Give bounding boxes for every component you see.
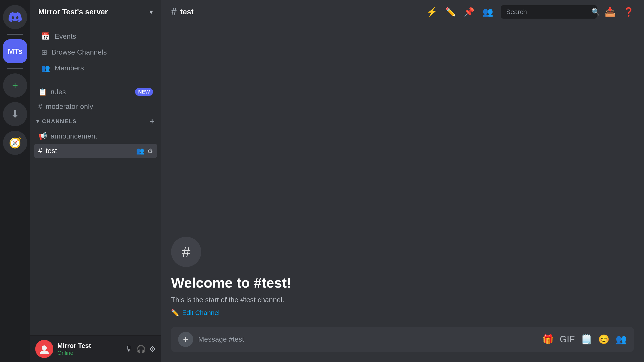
welcome-hash-icon: # [182, 243, 190, 261]
channel-hash-icon: # [171, 6, 177, 18]
edit-channel-link[interactable]: ✏️ Edit Channel [171, 309, 634, 317]
channel-name-test: test [46, 147, 57, 155]
main-header: # test ⚡ ✏️ 📌 👥 🔍 📥 ❓ [161, 0, 644, 24]
people-emoji-icon[interactable]: 👥 [616, 334, 627, 345]
channel-actions: 👥 ⚙ [136, 147, 153, 155]
discord-logo[interactable] [3, 5, 27, 29]
invite-icon[interactable]: 👥 [136, 147, 144, 155]
bolt-icon[interactable]: ⚡ [427, 7, 437, 17]
events-icon: 📅 [41, 32, 50, 40]
download-button[interactable]: ⬇ [3, 102, 27, 126]
user-avatar[interactable] [35, 340, 53, 358]
add-attachment-button[interactable]: + [178, 332, 193, 347]
hash-icon-mod: # [38, 103, 42, 111]
server-name-header[interactable]: Mirror Test's server ▾ [30, 0, 161, 24]
sidebar-footer: Mirror Test Online 🎙 🎧 ⚙ [30, 335, 161, 362]
message-text-input[interactable] [198, 335, 537, 343]
channel-item-announcement[interactable]: 📢 announcement [34, 129, 157, 143]
search-input[interactable] [506, 8, 588, 16]
new-badge: NEW [135, 88, 153, 96]
settings-icon[interactable]: ⚙ [147, 147, 153, 155]
svg-point-1 [40, 350, 49, 354]
mute-icon[interactable]: 🎙 [125, 345, 133, 353]
channel-header-name: test [180, 8, 193, 16]
server-icon-mt[interactable]: MTs [3, 39, 27, 63]
gift-icon[interactable]: 🎁 [542, 334, 554, 345]
members-icon: 👥 [41, 64, 50, 72]
emoji-icon[interactable]: 😊 [598, 334, 610, 345]
plus-attach-icon: + [183, 334, 188, 345]
rail-divider-2 [7, 68, 23, 69]
user-info: Mirror Test Online [57, 342, 121, 356]
add-server-button[interactable]: + [3, 73, 27, 98]
compass-icon: 🧭 [9, 137, 21, 149]
browse-channels-label: Browse Channels [52, 48, 107, 56]
welcome-section: # Welcome to #test! This is the start of… [171, 237, 634, 317]
add-channel-button[interactable]: + [150, 117, 155, 126]
message-input-wrap: + 🎁 GIF 🗒️ 😊 👥 [171, 327, 634, 352]
rail-divider [7, 34, 23, 35]
search-box[interactable]: 🔍 [501, 5, 597, 19]
channel-name-moderator-only: moderator-only [46, 103, 93, 111]
footer-username: Mirror Test [57, 342, 121, 350]
header-actions: ⚡ ✏️ 📌 👥 🔍 📥 ❓ [427, 5, 634, 19]
channel-header: # test [171, 6, 194, 18]
footer-actions: 🎙 🎧 ⚙ [125, 345, 156, 353]
message-input-bar: + 🎁 GIF 🗒️ 😊 👥 [161, 327, 644, 362]
channel-item-test[interactable]: # test 👥 ⚙ [34, 144, 157, 158]
app-container: MTs + ⬇ 🧭 Mirror Test's server ▾ 📅 Event… [0, 0, 644, 362]
server-name-title: Mirror Test's server [38, 8, 145, 16]
rules-icon: 📋 [38, 88, 47, 96]
channel-category-channels[interactable]: ▾ CHANNELS + [34, 114, 157, 128]
footer-status: Online [57, 350, 121, 356]
server-rail: MTs + ⬇ 🧭 [0, 0, 30, 362]
sidebar-item-members[interactable]: 👥 Members [34, 60, 157, 76]
sidebar-nav: 📅 Events ⊞ Browse Channels 👥 Members [30, 24, 161, 80]
message-input-actions: 🎁 GIF 🗒️ 😊 👥 [542, 334, 627, 345]
sidebar-item-browse-channels[interactable]: ⊞ Browse Channels [34, 44, 157, 60]
svg-point-0 [42, 345, 47, 350]
members-header-icon[interactable]: 👥 [482, 7, 493, 17]
category-label: CHANNELS [42, 118, 77, 125]
message-area: # Welcome to #test! This is the start of… [161, 24, 644, 327]
megaphone-icon: 📢 [38, 132, 47, 140]
channel-list: 📋 rules NEW # moderator-only ▾ CHANNELS … [30, 80, 161, 158]
sticker-icon[interactable]: 🗒️ [581, 334, 592, 345]
channel-item-rules[interactable]: 📋 rules NEW [34, 85, 157, 99]
user-settings-icon[interactable]: ⚙ [149, 345, 156, 353]
hash-icon-test: # [38, 147, 42, 155]
server-initials: MTs [8, 47, 22, 56]
welcome-description: This is the start of the #test channel. [171, 296, 634, 304]
events-label: Events [55, 32, 76, 40]
inbox-icon[interactable]: 📥 [605, 7, 615, 17]
download-icon: ⬇ [11, 108, 19, 120]
plus-icon: + [12, 80, 18, 91]
edit-channel-label: Edit Channel [182, 309, 220, 317]
pencil-icon[interactable]: ✏️ [445, 7, 456, 17]
channel-name-announcement: announcement [51, 132, 97, 140]
search-icon: 🔍 [591, 8, 600, 16]
pin-icon[interactable]: 📌 [464, 7, 474, 17]
sidebar-item-events[interactable]: 📅 Events [34, 29, 157, 44]
headset-icon[interactable]: 🎧 [136, 345, 146, 353]
gif-icon[interactable]: GIF [560, 334, 575, 345]
welcome-title: Welcome to #test! [171, 275, 634, 291]
channel-name-rules: rules [51, 88, 66, 96]
channel-item-moderator-only[interactable]: # moderator-only [34, 100, 157, 114]
chevron-down-icon: ▾ [149, 8, 153, 16]
channel-sidebar: Mirror Test's server ▾ 📅 Events ⊞ Browse… [30, 0, 161, 362]
discover-button[interactable]: 🧭 [3, 131, 27, 155]
main-content: # test ⚡ ✏️ 📌 👥 🔍 📥 ❓ # [161, 0, 644, 362]
members-label: Members [55, 64, 84, 72]
chevron-icon: ▾ [36, 118, 39, 125]
help-icon[interactable]: ❓ [623, 7, 634, 17]
pencil-edit-icon: ✏️ [171, 309, 179, 317]
browse-icon: ⊞ [41, 48, 47, 56]
welcome-icon: # [171, 237, 201, 267]
